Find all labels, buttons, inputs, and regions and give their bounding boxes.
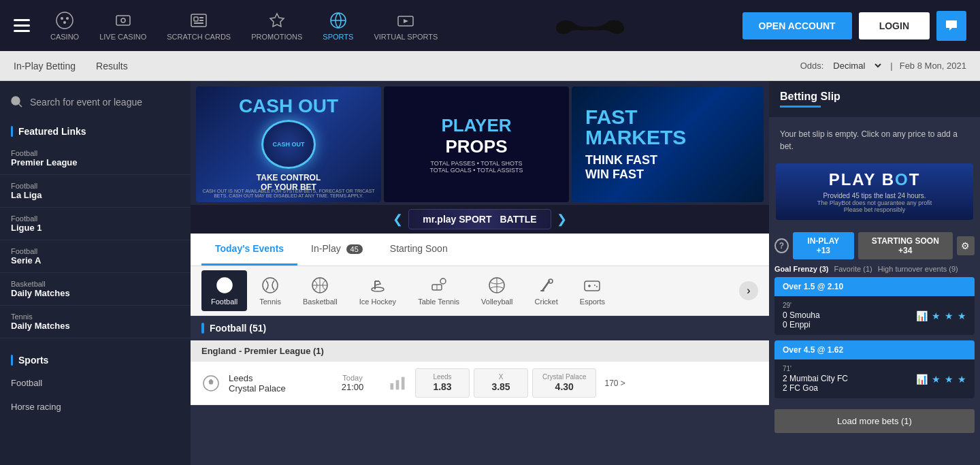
nav-virtual-sports[interactable]: VIRTUAL SPORTS bbox=[374, 11, 438, 41]
football-ball-icon bbox=[215, 276, 234, 295]
bet-match-1-info: 29' 0 Smouha 0 Enppi bbox=[783, 302, 820, 330]
banner-cashout[interactable]: CASH OUT CASH OUT TAKE CONTROLOF YOUR BE… bbox=[196, 86, 381, 202]
banner-player-props[interactable]: PLAYER PROPS TOTAL PASSES • TOTAL SHOTST… bbox=[384, 86, 569, 202]
bet-card-2-header[interactable]: Over 4.5 @ 1.62 bbox=[774, 340, 975, 359]
sidebar-football-link[interactable]: Football bbox=[0, 371, 191, 395]
inplay-tab-button[interactable]: IN-PLAY +13 bbox=[793, 232, 854, 259]
tab-starting-soon[interactable]: Starting Soon bbox=[376, 234, 461, 266]
bet-star-2[interactable]: ★ bbox=[945, 310, 953, 321]
sport-icon-ice-hockey[interactable]: Ice Hockey bbox=[350, 270, 406, 311]
cricket-icon bbox=[537, 276, 556, 295]
sidebar-item-tennis[interactable]: Tennis Daily Matches bbox=[0, 306, 191, 338]
bet-chart-icon-1[interactable]: 📊 bbox=[916, 310, 928, 321]
sport-icon-football[interactable]: Football bbox=[201, 270, 247, 311]
sidebar-item-la-liga[interactable]: Football La Liga bbox=[0, 175, 191, 208]
promo-text: BATTLE bbox=[500, 214, 536, 225]
nav-divider: | bbox=[890, 61, 892, 71]
bet-star-3[interactable]: ★ bbox=[958, 310, 966, 321]
sidebar-item-basketball[interactable]: Basketball Daily Matches bbox=[0, 273, 191, 306]
starting-soon-tab-button[interactable]: STARTING SOON +34 bbox=[858, 232, 953, 259]
high-turnover-tab[interactable]: High turnover events (9) bbox=[878, 265, 958, 273]
sidebar: Search for event or league Featured Link… bbox=[0, 81, 191, 465]
goal-frenzy-tab[interactable]: Goal Frenzy (3) bbox=[774, 265, 828, 273]
tab-todays-events[interactable]: Today's Events bbox=[201, 234, 297, 266]
settings-gear-button[interactable]: ⚙ bbox=[957, 236, 975, 255]
svg-point-2 bbox=[66, 17, 69, 20]
sport-icon-table-tennis[interactable]: Table Tennis bbox=[408, 270, 469, 311]
promo-banner-inner[interactable]: mr.play SPORT BATTLE bbox=[408, 209, 551, 229]
sidebar-item-ligue1[interactable]: Football Ligue 1 bbox=[0, 208, 191, 240]
inplay-badge: 45 bbox=[346, 244, 363, 254]
playbot-banner[interactable]: PLAY BOT Provided 45 tips the last 24 ho… bbox=[776, 163, 973, 220]
favorite-tab[interactable]: Favorite (1) bbox=[834, 265, 872, 273]
bet-card-1-icons: 📊 ★ ★ ★ bbox=[916, 310, 966, 321]
nav-live-casino[interactable]: LIVE CASINO bbox=[99, 11, 146, 41]
sidebar-search[interactable]: Search for event or league bbox=[0, 88, 191, 116]
nav-promotions[interactable]: PROMOTIONS bbox=[251, 11, 302, 41]
svg-point-34 bbox=[596, 286, 598, 287]
login-button[interactable]: LOGIN bbox=[859, 12, 930, 39]
nav-scratch-cards[interactable]: SCRATCH CARDS bbox=[167, 11, 231, 41]
match-stats-icon[interactable] bbox=[388, 374, 407, 393]
odds-select[interactable]: Decimal Fractional American bbox=[830, 60, 883, 71]
results-link[interactable]: Results bbox=[96, 61, 128, 71]
sport-icon-esports[interactable]: Esports bbox=[570, 270, 615, 311]
sports-section-title: Sports bbox=[0, 345, 191, 371]
odds-draw[interactable]: X 3.85 bbox=[474, 368, 528, 398]
match-more-bets[interactable]: 170 > bbox=[604, 379, 625, 388]
nav-sports[interactable]: SPORTS bbox=[323, 11, 353, 41]
betting-slip-empty-message: Your bet slip is empty. Click on any pri… bbox=[769, 117, 980, 163]
play-tabs: ? IN-PLAY +13 STARTING SOON +34 ⚙ bbox=[769, 227, 980, 265]
inplay-betting-link[interactable]: In-Play Betting bbox=[14, 61, 76, 71]
virtual-sports-icon bbox=[396, 11, 415, 30]
sport-icon-volleyball[interactable]: Volleyball bbox=[472, 270, 522, 311]
volleyball-icon bbox=[487, 276, 506, 295]
svg-rect-30 bbox=[585, 281, 600, 291]
bet-card-1-header[interactable]: Over 1.5 @ 2.10 bbox=[774, 277, 975, 296]
bet-chart-icon-2[interactable]: 📊 bbox=[916, 374, 928, 385]
tabs-bar: Today's Events In-Play 45 Starting Soon bbox=[191, 234, 769, 266]
svg-point-33 bbox=[594, 285, 595, 286]
promo-arrow-right[interactable]: ❯ bbox=[557, 212, 567, 227]
nav-casino[interactable]: CASINO bbox=[50, 11, 79, 41]
secondary-nav-right: Odds: Decimal Fractional American | Feb … bbox=[800, 60, 966, 71]
help-icon[interactable]: ? bbox=[774, 238, 789, 253]
chat-button[interactable] bbox=[936, 11, 966, 41]
sport-icon-tennis[interactable]: Tennis bbox=[250, 270, 291, 311]
sidebar-item-premier-league[interactable]: Football Premier League bbox=[0, 142, 191, 175]
sport-icon-basketball[interactable]: Basketball bbox=[293, 270, 347, 311]
bet-star-4[interactable]: ★ bbox=[932, 374, 941, 385]
chat-icon bbox=[945, 19, 958, 33]
league-header-premier-league: England - Premier League (1) bbox=[191, 340, 769, 362]
sport-icons-scroll-right[interactable]: › bbox=[739, 281, 758, 300]
tab-inplay[interactable]: In-Play 45 bbox=[297, 234, 376, 266]
banner-fast-markets[interactable]: FAST MARKETS THINK FAST WIN FAST bbox=[572, 86, 764, 202]
bet-match-2-info: 71' 2 Mumbai City FC 2 FC Goa bbox=[783, 365, 848, 393]
bet-star-1[interactable]: ★ bbox=[932, 310, 941, 321]
sport-icon-cricket[interactable]: Cricket bbox=[525, 270, 568, 311]
open-account-button[interactable]: OPEN ACCOUNT bbox=[742, 12, 852, 39]
sidebar-item-serie-a[interactable]: Football Serie A bbox=[0, 240, 191, 273]
sport-icons-row: Football Tennis Ba bbox=[191, 266, 769, 316]
bet-star-5[interactable]: ★ bbox=[945, 374, 953, 385]
svg-point-13 bbox=[12, 97, 20, 105]
promo-arrow-left[interactable]: ❮ bbox=[393, 212, 403, 227]
sports-icon bbox=[329, 11, 348, 30]
banners: CASH OUT CASH OUT TAKE CONTROLOF YOUR BE… bbox=[191, 81, 769, 205]
bet-card-1: Over 1.5 @ 2.10 29' 0 Smouha 0 Enppi 📊 ★… bbox=[774, 277, 975, 335]
svg-rect-38 bbox=[396, 380, 399, 389]
betting-slip-header: Betting Slip bbox=[769, 81, 980, 117]
cashout-fine-print: CASH OUT IS NOT AVAILABLE FOR SYSTEM BET… bbox=[200, 189, 377, 198]
content-area: CASH OUT CASH OUT TAKE CONTROLOF YOUR BE… bbox=[191, 81, 769, 465]
svg-point-5 bbox=[121, 18, 125, 22]
goal-frenzy-tabs: Goal Frenzy (3) Favorite (1) High turnov… bbox=[769, 265, 980, 277]
logo[interactable] bbox=[549, 7, 631, 44]
sidebar-horse-racing-link[interactable]: Horse racing bbox=[0, 395, 191, 419]
load-more-bets-button[interactable]: Load more bets (1) bbox=[774, 409, 975, 433]
odds-away[interactable]: Crystal Palace 4.30 bbox=[532, 368, 596, 398]
bet-star-6[interactable]: ★ bbox=[958, 374, 966, 385]
betting-slip: Betting Slip Your bet slip is empty. Cli… bbox=[769, 81, 980, 465]
odds-home[interactable]: Leeds 1.83 bbox=[415, 368, 470, 398]
hamburger-menu[interactable] bbox=[14, 19, 30, 32]
cashout-circle: CASH OUT bbox=[261, 120, 316, 169]
